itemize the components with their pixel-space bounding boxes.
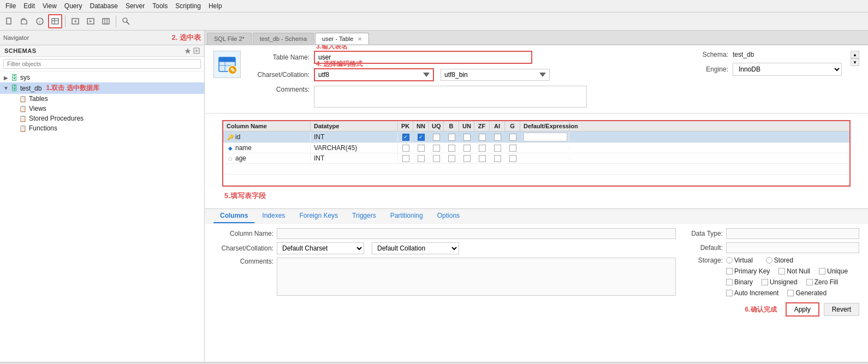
id-ai-checkbox[interactable] [494, 134, 501, 141]
apply-button[interactable]: Apply [786, 302, 819, 317]
name-nn-checkbox[interactable] [418, 145, 425, 152]
open-file-button[interactable] [17, 14, 32, 28]
id-default-input[interactable] [524, 133, 567, 141]
storage-virtual-radio[interactable] [726, 257, 733, 264]
export-button[interactable] [84, 14, 98, 28]
tree-toggle-sys[interactable]: ▶ [2, 75, 10, 81]
comments-textarea[interactable] [314, 86, 587, 108]
col-cell-id-uq[interactable] [429, 134, 444, 141]
tree-item-views[interactable]: 📋 Views [0, 104, 204, 114]
autoincrement-checkbox-option[interactable]: Auto Increment [726, 289, 778, 297]
filter-objects-input[interactable] [3, 59, 201, 69]
menu-tools[interactable]: Tools [149, 1, 171, 11]
storage-stored-radio[interactable] [766, 257, 772, 264]
btab-partitioning[interactable]: Partitioning [384, 209, 430, 223]
detail-default-input[interactable] [726, 242, 859, 253]
zerofill-check-square[interactable] [806, 279, 813, 285]
storage-stored-option[interactable]: Stored [766, 256, 793, 264]
nn-checkbox-option[interactable]: Not Null [778, 267, 810, 275]
nn-check-square[interactable] [778, 268, 785, 275]
age-zf-checkbox[interactable] [479, 155, 486, 162]
col-cell-id-b[interactable] [444, 134, 459, 141]
id-uq-checkbox[interactable] [433, 134, 440, 141]
query-button[interactable] [119, 14, 133, 28]
scroll-up-button[interactable]: ▲ [851, 51, 859, 58]
menu-help[interactable]: Help [205, 1, 225, 11]
col-cell-id-g[interactable] [505, 134, 520, 141]
col-cell-id-ai[interactable] [490, 134, 505, 141]
charset-select[interactable]: utf8 [314, 68, 434, 81]
btab-columns[interactable]: Columns [213, 209, 254, 223]
col-cell-age-zf[interactable] [474, 155, 490, 162]
age-g-checkbox[interactable] [509, 155, 516, 162]
menu-query[interactable]: Query [61, 1, 86, 11]
col-cell-age-nn[interactable] [413, 155, 429, 162]
col-cell-age-g[interactable] [505, 155, 520, 162]
btab-triggers[interactable]: Triggers [346, 209, 383, 223]
btab-foreign-keys[interactable]: Foreign Keys [293, 209, 344, 223]
pk-check-square[interactable] [726, 268, 733, 275]
age-un-checkbox[interactable] [463, 155, 471, 162]
unsigned-checkbox-option[interactable]: Unsigned [762, 278, 798, 286]
tab-test-db-schema[interactable]: test_db - Schema [253, 33, 314, 44]
collation-select[interactable]: utf8_bin [441, 69, 550, 81]
col-cell-id-pk[interactable] [398, 134, 413, 141]
col-row-id[interactable]: 🔑 id INT [223, 132, 849, 143]
tab-user-table[interactable]: user - Table ✕ [315, 33, 369, 44]
menu-edit[interactable]: Edit [20, 1, 38, 11]
revert-button[interactable]: Revert [824, 303, 859, 316]
col-cell-name-g[interactable] [505, 145, 520, 152]
tree-item-storedproc[interactable]: 📋 Stored Procedures [0, 114, 204, 123]
menu-scripting[interactable]: Scripting [172, 1, 204, 11]
col-cell-age-un[interactable] [459, 155, 474, 162]
engine-select[interactable]: InnoDB [733, 63, 842, 76]
tree-item-functions[interactable]: 📋 Functions [0, 123, 204, 133]
id-b-checkbox[interactable] [448, 134, 455, 141]
zerofill-checkbox-option[interactable]: Zero Fill [806, 278, 838, 286]
age-ai-checkbox[interactable] [494, 155, 501, 162]
tab-close-icon[interactable]: ✕ [358, 36, 362, 42]
age-pk-checkbox[interactable] [402, 155, 409, 162]
pk-checkbox-option[interactable]: Primary Key [726, 267, 770, 275]
autoincrement-check-square[interactable] [726, 290, 733, 296]
id-g-checkbox[interactable] [509, 134, 516, 141]
age-b-checkbox[interactable] [448, 155, 455, 162]
menu-view[interactable]: View [39, 1, 60, 11]
binary-check-square[interactable] [726, 279, 733, 285]
detail-datatype-input[interactable] [726, 228, 859, 239]
col-cell-name-nn[interactable] [413, 145, 429, 152]
detail-collation-select[interactable]: Default Collation [372, 242, 459, 254]
tree-item-testdb[interactable]: ▼ 🗄 test_db 1.双击 选中数据库 [0, 82, 204, 94]
col-row-empty1[interactable] [223, 164, 849, 175]
col-cell-id-zf[interactable] [474, 134, 490, 141]
menu-database[interactable]: Database [87, 1, 121, 11]
name-g-checkbox[interactable] [509, 145, 516, 152]
name-zf-checkbox[interactable] [479, 145, 486, 152]
col-cell-name-b[interactable] [444, 145, 459, 152]
id-un-checkbox[interactable] [463, 134, 471, 141]
generated-checkbox-option[interactable]: Generated [787, 289, 827, 297]
binary-checkbox-option[interactable]: Binary [726, 278, 753, 286]
col-cell-name-zf[interactable] [474, 145, 490, 152]
name-pk-checkbox[interactable] [402, 145, 409, 152]
col-row-age[interactable]: ◇ age INT [223, 153, 849, 164]
unique-check-square[interactable] [819, 268, 825, 275]
col-cell-name-uq[interactable] [429, 145, 444, 152]
col-cell-age-ai[interactable] [490, 155, 505, 162]
storage-virtual-option[interactable]: Virtual [726, 256, 753, 264]
col-cell-name-ai[interactable] [490, 145, 505, 152]
id-nn-checkbox[interactable] [418, 134, 425, 141]
age-uq-checkbox[interactable] [433, 155, 440, 162]
col-cell-name-un[interactable] [459, 145, 474, 152]
detail-col-name-input[interactable] [277, 228, 676, 239]
btab-options[interactable]: Options [431, 209, 466, 223]
import-button[interactable] [68, 14, 82, 28]
new-file-button[interactable] [2, 14, 16, 28]
tree-toggle-testdb[interactable]: ▼ [2, 85, 10, 91]
tab-sql-file-2[interactable]: SQL File 2* [207, 33, 252, 44]
col-cell-name-pk[interactable] [398, 145, 413, 152]
col-cell-age-b[interactable] [444, 155, 459, 162]
btab-indexes[interactable]: Indexes [255, 209, 292, 223]
detail-charset-select[interactable]: Default Charset [277, 242, 364, 254]
col-cell-age-uq[interactable] [429, 155, 444, 162]
